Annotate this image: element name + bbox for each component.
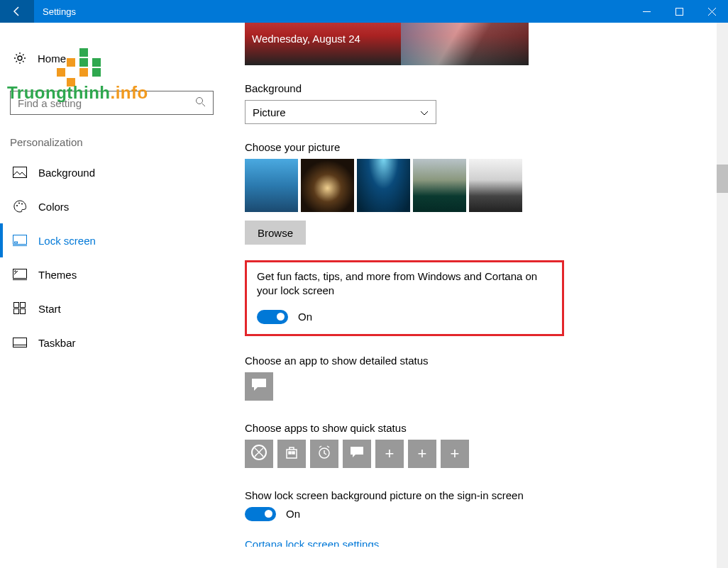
picture-thumbnails bbox=[245, 159, 728, 212]
picture-thumb-1[interactable] bbox=[245, 159, 298, 212]
svg-point-1 bbox=[18, 56, 22, 60]
svg-rect-13 bbox=[21, 309, 26, 314]
palette-icon bbox=[13, 199, 27, 213]
background-label: Background bbox=[245, 82, 728, 94]
svg-rect-17 bbox=[292, 452, 294, 454]
taskbar-icon bbox=[13, 335, 27, 350]
funfacts-section: Get fun facts, tips, and more from Windo… bbox=[245, 260, 564, 336]
svg-rect-10 bbox=[14, 303, 19, 308]
quick-status-label: Choose apps to show quick status bbox=[245, 422, 728, 434]
sidebar-item-taskbar[interactable]: Taskbar bbox=[0, 325, 224, 360]
message-icon bbox=[251, 378, 267, 394]
svg-rect-16 bbox=[289, 452, 291, 454]
sidebar-item-label: Themes bbox=[38, 269, 77, 281]
quick-status-slot-2[interactable] bbox=[277, 440, 306, 468]
signin-picture-toggle-state: On bbox=[286, 508, 300, 520]
svg-rect-8 bbox=[15, 242, 18, 243]
svg-point-5 bbox=[18, 203, 20, 204]
picture-thumb-3[interactable] bbox=[357, 159, 410, 212]
message-icon bbox=[350, 446, 364, 461]
sidebar: Home Find a setting Personalization Back… bbox=[0, 23, 224, 568]
maximize-button[interactable] bbox=[663, 0, 695, 23]
search-placeholder: Find a setting bbox=[18, 97, 195, 109]
signin-picture-label: Show lock screen background picture on t… bbox=[245, 489, 728, 501]
minimize-button[interactable] bbox=[630, 0, 663, 23]
quick-status-slot-6[interactable]: + bbox=[408, 440, 436, 468]
search-icon bbox=[195, 96, 206, 109]
window-controls bbox=[630, 0, 728, 23]
main-content: Wednesday, August 24 Background Picture … bbox=[224, 23, 728, 568]
lock-screen-preview: Wednesday, August 24 bbox=[245, 23, 529, 65]
svg-rect-11 bbox=[21, 303, 26, 308]
store-icon bbox=[285, 445, 299, 462]
close-button[interactable] bbox=[695, 0, 728, 23]
section-header: Personalization bbox=[0, 115, 224, 155]
sidebar-item-lock-screen[interactable]: Lock screen bbox=[0, 223, 224, 257]
gear-icon bbox=[13, 51, 27, 65]
scrollbar[interactable] bbox=[717, 23, 728, 568]
quick-status-slot-1[interactable] bbox=[245, 440, 273, 468]
scrollbar-thumb[interactable] bbox=[717, 165, 728, 193]
search-input[interactable]: Find a setting bbox=[10, 91, 214, 115]
themes-icon bbox=[13, 267, 27, 282]
svg-rect-0 bbox=[675, 8, 683, 15]
sidebar-item-background[interactable]: Background bbox=[0, 155, 224, 189]
signin-picture-toggle[interactable] bbox=[245, 507, 276, 521]
plus-icon: + bbox=[385, 445, 395, 463]
chevron-down-icon bbox=[420, 106, 429, 118]
quick-status-slot-4[interactable] bbox=[343, 440, 371, 468]
back-button[interactable] bbox=[0, 0, 34, 23]
choose-picture-label: Choose your picture bbox=[245, 141, 728, 153]
sidebar-item-label: Background bbox=[38, 167, 95, 179]
sidebar-item-label: Lock screen bbox=[38, 235, 96, 247]
sidebar-item-label: Colors bbox=[38, 201, 69, 213]
picture-thumb-4[interactable] bbox=[413, 159, 466, 212]
sidebar-item-start[interactable]: Start bbox=[0, 291, 224, 325]
sidebar-item-label: Start bbox=[38, 303, 61, 315]
arrow-left-icon bbox=[11, 6, 23, 17]
xbox-icon bbox=[251, 445, 267, 462]
plus-icon: + bbox=[451, 445, 460, 463]
detailed-status-label: Choose an app to show detailed status bbox=[245, 355, 728, 367]
browse-button[interactable]: Browse bbox=[245, 221, 306, 245]
sidebar-item-label: Taskbar bbox=[38, 337, 76, 349]
cortana-settings-link[interactable]: Cortana lock screen settings bbox=[245, 538, 728, 547]
start-icon bbox=[13, 301, 27, 316]
svg-point-6 bbox=[21, 204, 23, 205]
dropdown-value: Picture bbox=[253, 106, 286, 118]
funfacts-toggle[interactable] bbox=[257, 310, 288, 324]
detailed-status-app-slot[interactable] bbox=[245, 372, 273, 401]
home-label: Home bbox=[38, 52, 66, 65]
funfacts-label: Get fun facts, tips, and more from Windo… bbox=[257, 269, 552, 299]
sidebar-item-colors[interactable]: Colors bbox=[0, 189, 224, 223]
svg-point-4 bbox=[16, 205, 18, 206]
lock-screen-icon bbox=[13, 233, 27, 247]
quick-status-slot-7[interactable]: + bbox=[441, 440, 469, 468]
preview-date: Wednesday, August 24 bbox=[252, 33, 360, 45]
quick-status-slot-5[interactable]: + bbox=[375, 440, 404, 468]
plus-icon: + bbox=[418, 445, 427, 463]
picture-thumb-2[interactable] bbox=[301, 159, 354, 212]
alarm-icon bbox=[316, 445, 332, 462]
svg-rect-3 bbox=[13, 167, 27, 178]
svg-rect-14 bbox=[13, 338, 27, 347]
sidebar-item-themes[interactable]: Themes bbox=[0, 257, 224, 291]
nav-list: Background Colors Lock screen Themes Sta… bbox=[0, 155, 224, 360]
image-icon bbox=[13, 165, 27, 179]
picture-thumb-5[interactable] bbox=[469, 159, 522, 212]
funfacts-toggle-state: On bbox=[298, 311, 312, 323]
svg-rect-12 bbox=[14, 309, 19, 314]
quick-status-slot-3[interactable] bbox=[310, 440, 338, 468]
background-dropdown[interactable]: Picture bbox=[245, 100, 436, 124]
titlebar: Settings bbox=[0, 0, 728, 23]
home-button[interactable]: Home bbox=[0, 43, 224, 74]
svg-point-2 bbox=[197, 98, 203, 104]
window-title: Settings bbox=[34, 6, 630, 17]
